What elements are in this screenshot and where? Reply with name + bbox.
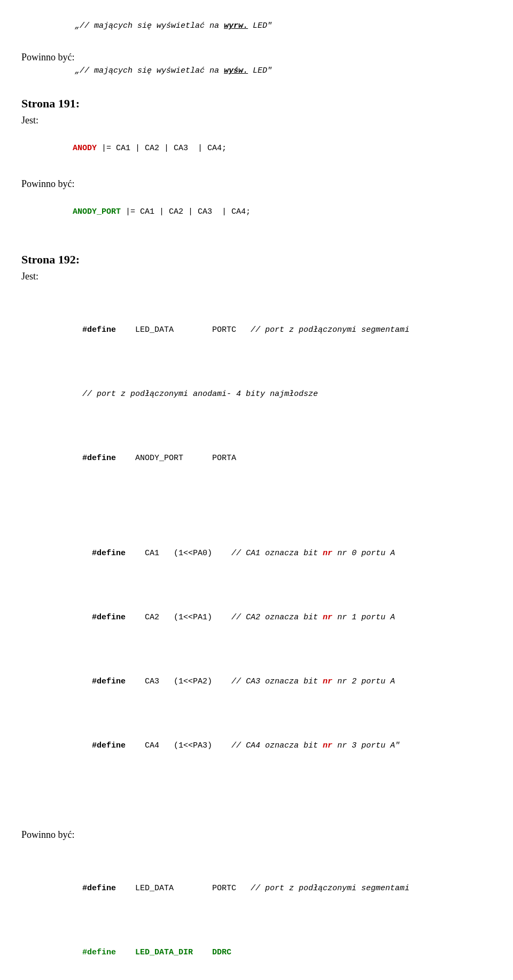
jest-ca3: #define CA3 (1<<PA2) // CA3 oznacza bit …: [53, 663, 492, 701]
strona192a-jest-block: #define LED_DATA PORTC // port z podłącz…: [53, 285, 492, 816]
intro-jest-end: LED″: [248, 21, 272, 30]
intro-powinno-comment: „// mających się wyświetlać na wyśw. LED…: [75, 66, 492, 75]
jest-ca2: #define CA2 (1<<PA1) // CA2 oznacza bit …: [53, 598, 492, 637]
powinno-line1: #define LED_DATA PORTC // port z podłącz…: [53, 869, 492, 908]
intro-jest-italic: „// mających się wyświetlać na: [75, 21, 224, 30]
strona192a-jest-label: Jest:: [21, 271, 492, 282]
powinno-line2: #define LED_DATA_DIR DDRC: [53, 934, 492, 972]
strona191-header: Strona 191:: [21, 97, 492, 111]
intro-jest-bold: wyrw.: [224, 21, 248, 30]
intro-powinno-label: Powinno być:: [21, 52, 492, 63]
strona191-powinno-code: ANODY_PORT |= CA1 | CA2 | CA3 | CA4;: [53, 193, 492, 231]
jest-ca1: #define CA1 (1<<PA0) // CA1 oznacza bit …: [53, 534, 492, 573]
intro-jest-comment: „// mających się wyświetlać na wyrw. LED…: [75, 21, 492, 30]
intro-powinno-end: LED″: [248, 66, 272, 75]
intro-section: „// mających się wyświetlać na wyrw. LED…: [21, 21, 492, 30]
strona192a-section: Strona 192: Jest: #define LED_DATA PORTC…: [21, 253, 492, 980]
strona191-powinno-label: Powinno być:: [21, 178, 492, 190]
jest-line2: // port z podłączonymi anodami- 4 bity n…: [53, 375, 492, 414]
jest-ca-block: #define CA1 (1<<PA0) // CA1 oznacza bit …: [53, 509, 492, 791]
strona191-jest-label: Jest:: [21, 115, 492, 126]
strona191-jest-code: ANODY |= CA1 | CA2 | CA3 | CA4;: [53, 129, 492, 168]
jest-line1: #define LED_DATA PORTC // port z podłącz…: [53, 311, 492, 349]
strona192a-powinno-label: Powinno być:: [21, 829, 492, 841]
jest-line3: #define ANODY_PORT PORTA: [53, 439, 492, 478]
intro-powinno-section: Powinno być: „// mających się wyświetlać…: [21, 52, 492, 75]
intro-powinno-italic: „// mających się wyświetlać na: [75, 66, 224, 75]
intro-powinno-bold: wyśw.: [224, 66, 248, 75]
strona191-section: Strona 191: Jest: ANODY |= CA1 | CA2 | C…: [21, 97, 492, 231]
strona192a-powinno-block: #define LED_DATA PORTC // port z podłącz…: [53, 844, 492, 980]
strona192a-header: Strona 192:: [21, 253, 492, 267]
jest-ca4: #define CA4 (1<<PA3) // CA4 oznacza bit …: [53, 727, 492, 765]
